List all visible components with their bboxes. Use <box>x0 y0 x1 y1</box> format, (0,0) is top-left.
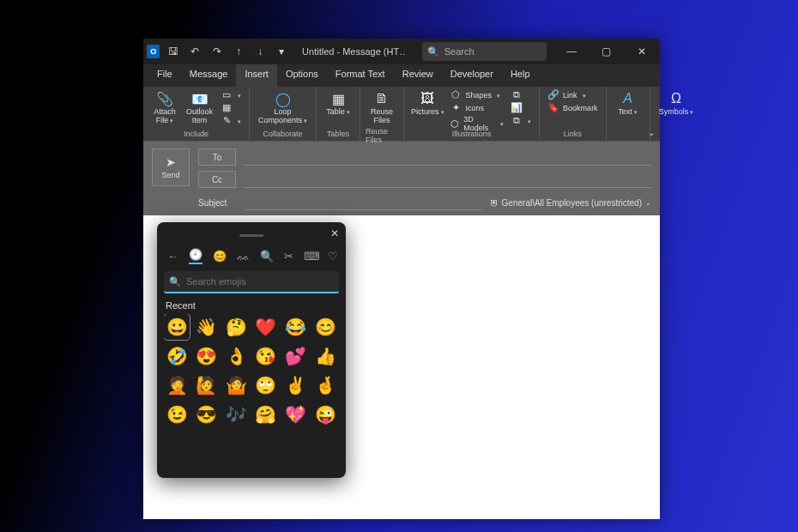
maximize-button[interactable]: ▢ <box>592 39 622 64</box>
emoji-item[interactable]: 💕 <box>283 343 309 369</box>
undo-icon[interactable]: ↶ <box>187 43 203 60</box>
emoji-item[interactable]: 🎶 <box>223 402 249 427</box>
symbols-button[interactable]: Ω Symbols <box>656 88 698 118</box>
tab-symbols[interactable]: ⌨ <box>304 250 317 263</box>
emoji-item[interactable]: 🤦 <box>164 372 190 398</box>
close-button[interactable]: ✕ <box>626 39 656 64</box>
emoji-item[interactable]: 🙋 <box>194 372 220 398</box>
group-text: A Text <box>607 87 650 141</box>
minimize-button[interactable]: — <box>557 39 587 64</box>
tab-clipboard[interactable]: ✂ <box>284 250 293 263</box>
qat-down-icon[interactable]: ↓ <box>252 43 269 60</box>
card-icon: ▭ <box>221 89 233 100</box>
to-field[interactable] <box>243 148 651 166</box>
emoji-item[interactable]: 👍 <box>312 343 338 369</box>
picker-back-button[interactable]: ← <box>167 250 178 263</box>
menu-message[interactable]: Message <box>181 64 237 87</box>
bookmark-button[interactable]: 🔖Bookmark <box>545 101 601 114</box>
loop-icon: ◯ <box>275 90 291 107</box>
menu-options[interactable]: Options <box>277 64 327 87</box>
tab-gif[interactable]: 🔍 <box>260 250 274 263</box>
emoji-item[interactable]: 😊 <box>312 314 338 340</box>
tab-emoji[interactable]: 😊 <box>213 250 227 263</box>
attach-file-button[interactable]: 📎 AttachFile <box>148 88 181 127</box>
send-button[interactable]: ➤ Send <box>152 148 190 186</box>
menu-developer[interactable]: Developer <box>442 64 502 87</box>
emoji-item[interactable]: 🤔 <box>223 314 249 340</box>
emoji-item[interactable]: 😀 <box>164 314 190 340</box>
to-button[interactable]: To <box>198 148 236 166</box>
emoji-search[interactable]: 🔍 <box>164 271 339 293</box>
smartart-button[interactable]: ⧉ <box>508 88 534 101</box>
menu-file[interactable]: File <box>148 64 181 87</box>
subject-bar: Subject ⛨ General\All Employees (unrestr… <box>143 193 660 215</box>
search-placeholder: Search <box>444 46 475 57</box>
calendar-button[interactable]: ▦ <box>218 101 244 114</box>
pictures-button[interactable]: 🖼 Pictures <box>409 88 445 118</box>
emoji-item[interactable]: 🤣 <box>164 343 190 369</box>
message-body[interactable]: ✕ ← 🕘 😊 ᨐ 🔍 ✂ ⌨ ♡ 🔍 Recent 😀👋🤔❤️😂😊🤣😍👌😘💕👍… <box>143 215 660 519</box>
emoji-item[interactable]: ✌️ <box>283 372 309 398</box>
text-button[interactable]: A Text <box>612 88 644 118</box>
sensitivity-label[interactable]: ⛨ General\All Employees (unrestricted) ⌄ <box>490 198 651 208</box>
table-button[interactable]: ▦ Table <box>322 88 354 118</box>
emoji-item[interactable]: 🤞 <box>312 372 338 398</box>
emoji-item[interactable]: 💖 <box>283 402 309 427</box>
emoji-item[interactable]: 😎 <box>194 402 220 427</box>
emoji-search-input[interactable] <box>186 276 334 287</box>
link-icon: 🔗 <box>547 89 559 100</box>
qat-more-icon[interactable]: ▾ <box>274 43 290 60</box>
business-card-button[interactable]: ▭ <box>218 88 244 101</box>
save-icon[interactable]: 🖫 <box>165 43 181 60</box>
emoji-item[interactable]: 😍 <box>194 343 220 369</box>
menu-format-text[interactable]: Format Text <box>327 64 394 87</box>
qat-up-icon[interactable]: ↑ <box>230 43 246 60</box>
emoji-item[interactable]: 👌 <box>223 343 249 369</box>
signature-button[interactable]: ✎ <box>218 114 244 127</box>
menu-help[interactable]: Help <box>502 64 539 87</box>
group-label: Include <box>184 130 209 139</box>
emoji-item[interactable]: 🤗 <box>253 402 279 427</box>
include-extra-stack: ▭ ▦ ✎ <box>218 88 244 127</box>
collapse-ribbon-button[interactable]: ⌄ <box>646 126 656 139</box>
emoji-item[interactable]: 😂 <box>283 314 309 340</box>
emoji-item[interactable]: 😜 <box>312 402 338 427</box>
tab-kaomoji[interactable]: ᨐ <box>237 250 250 263</box>
chevron-down-icon: ⌄ <box>645 199 651 207</box>
emoji-item[interactable]: 🙄 <box>253 372 279 398</box>
picker-close-button[interactable]: ✕ <box>330 227 339 239</box>
menu-review[interactable]: Review <box>394 64 442 87</box>
group-include: 📎 AttachFile 📧 OutlookItem ▭ ▦ ✎ Include <box>143 87 250 141</box>
redo-icon[interactable]: ↷ <box>209 43 225 60</box>
tab-favorites[interactable]: ♡ <box>328 250 338 263</box>
illustrations-extra: ⧉ 📊 ⧉ <box>508 88 534 127</box>
drag-handle[interactable] <box>239 234 263 237</box>
screenshot-button[interactable]: ⧉ <box>508 114 534 127</box>
emoji-item[interactable]: 😘 <box>253 343 279 369</box>
reuse-files-button[interactable]: 🗎 ReuseFiles <box>366 88 398 127</box>
cc-button[interactable]: Cc <box>198 171 236 188</box>
loop-components-button[interactable]: ◯ LoopComponents <box>255 88 311 127</box>
outlook-item-button[interactable]: 📧 OutlookItem <box>183 88 216 127</box>
icons-button[interactable]: ✦Icons <box>447 101 506 114</box>
search-box[interactable]: 🔍 Search <box>422 42 547 61</box>
chart-button[interactable]: 📊 <box>508 101 534 114</box>
cc-field[interactable] <box>243 171 651 188</box>
menu-insert[interactable]: Insert <box>236 64 277 87</box>
outlook-item-icon: 📧 <box>191 90 209 107</box>
shapes-button[interactable]: ⬠Shapes <box>447 88 506 101</box>
illustrations-stack: ⬠Shapes ✦Icons ⬡3D Models <box>447 88 506 133</box>
tab-recent[interactable]: 🕘 <box>189 248 203 264</box>
emoji-picker: ✕ ← 🕘 😊 ᨐ 🔍 ✂ ⌨ ♡ 🔍 Recent 😀👋🤔❤️😂😊🤣😍👌😘💕👍… <box>157 222 346 478</box>
group-label: Illustrations <box>452 130 492 139</box>
link-button[interactable]: 🔗Link <box>545 88 601 101</box>
titlebar: O 🖫 ↶ ↷ ↑ ↓ ▾ Untitled - Message (HT… 🔍 … <box>143 39 660 64</box>
emoji-item[interactable]: 🤷 <box>223 372 249 398</box>
emoji-item[interactable]: 👋 <box>194 314 220 340</box>
compose-header: ➤ Send To Cc <box>143 142 660 193</box>
emoji-item[interactable]: ❤️ <box>253 314 279 340</box>
emoji-item[interactable]: 😉 <box>164 402 190 427</box>
subject-field[interactable] <box>245 195 481 210</box>
outlook-icon: O <box>147 45 160 58</box>
paperclip-icon: 📎 <box>156 90 173 107</box>
